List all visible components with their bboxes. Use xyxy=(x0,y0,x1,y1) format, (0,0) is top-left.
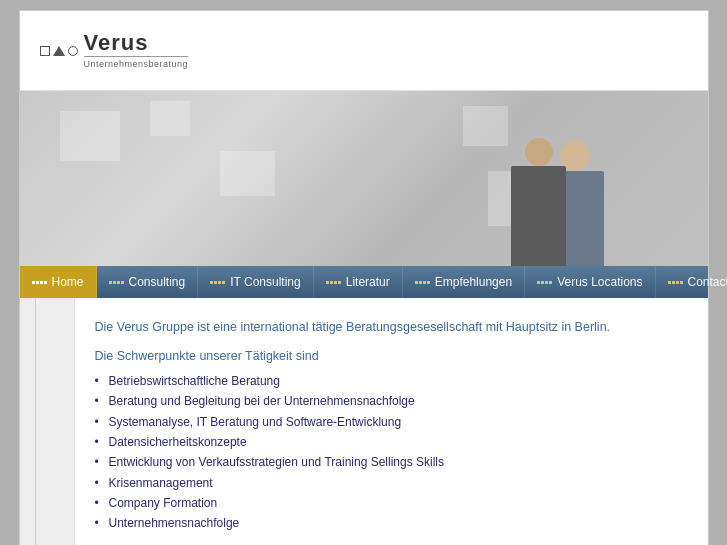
nav-contact-label: Contact xyxy=(688,275,727,289)
nav-it-consulting-label: IT Consulting xyxy=(230,275,300,289)
person-1-head xyxy=(525,138,553,166)
sidebar xyxy=(20,298,75,545)
logo-square-icon xyxy=(40,46,50,56)
list-item-7: Unternehmensnachfolge xyxy=(95,513,683,533)
nav-it-consulting-icon xyxy=(210,281,225,284)
nav-home-icon xyxy=(32,281,47,284)
sidebar-line xyxy=(35,298,36,545)
logo-icons xyxy=(40,46,78,56)
list-item-2: Systemanalyse, IT Beratung und Software-… xyxy=(95,412,683,432)
list-item-4: Entwicklung von Verkaufsstrategien und T… xyxy=(95,452,683,472)
nav-home-label: Home xyxy=(52,275,84,289)
logo-triangle-icon xyxy=(53,46,65,56)
nav-verus-locations-label: Verus Locations xyxy=(557,275,642,289)
hero-banner xyxy=(20,91,708,266)
nav-literatur-icon xyxy=(326,281,341,284)
page-wrapper: Verus Unternehmensberatung xyxy=(19,10,709,545)
content-intro: Die Verus Gruppe ist eine international … xyxy=(95,318,683,337)
content-area: Die Verus Gruppe ist eine international … xyxy=(75,298,708,545)
person-1 xyxy=(511,138,566,266)
person-1-body xyxy=(511,166,566,266)
logo-text-area: Verus Unternehmensberatung xyxy=(84,32,189,69)
logo-name: Verus xyxy=(84,32,189,54)
nav-item-contact[interactable]: Contact xyxy=(656,266,727,298)
nav-consulting-icon xyxy=(109,281,124,284)
list-item-3: Datensicherheitskonzepte xyxy=(95,432,683,452)
nav-item-it-consulting[interactable]: IT Consulting xyxy=(198,266,313,298)
list-item-1: Beratung und Begleitung bei der Unterneh… xyxy=(95,391,683,411)
nav-contact-icon xyxy=(668,281,683,284)
logo-icons-row-1 xyxy=(40,46,78,56)
logo-area: Verus Unternehmensberatung xyxy=(40,32,189,69)
nav-literatur-label: Literatur xyxy=(346,275,390,289)
logo-circle-icon xyxy=(68,46,78,56)
nav-item-empfehlungen[interactable]: Empfehlungen xyxy=(403,266,525,298)
nav-item-verus-locations[interactable]: Verus Locations xyxy=(525,266,655,298)
nav-locations-icon xyxy=(537,281,552,284)
main-nav: Home Consulting IT Consulting Literatur … xyxy=(20,266,708,298)
hero-decoration-2 xyxy=(150,101,190,136)
hero-decoration-3 xyxy=(220,151,275,196)
main-layout: Die Verus Gruppe ist eine international … xyxy=(20,298,708,545)
nav-empfehlungen-icon xyxy=(415,281,430,284)
nav-item-consulting[interactable]: Consulting xyxy=(97,266,199,298)
nav-consulting-label: Consulting xyxy=(129,275,186,289)
nav-item-literatur[interactable]: Literatur xyxy=(314,266,403,298)
content-subtitle: Die Schwerpunkte unserer Tätigkeit sind xyxy=(95,349,683,363)
logo-subtitle: Unternehmensberatung xyxy=(84,56,189,69)
list-item-0: Betriebswirtschaftliche Beratung xyxy=(95,371,683,391)
hero-people xyxy=(438,91,678,266)
nav-empfehlungen-label: Empfehlungen xyxy=(435,275,512,289)
header: Verus Unternehmensberatung xyxy=(20,11,708,91)
list-item-6: Company Formation xyxy=(95,493,683,513)
list-item-5: Krisenmanagement xyxy=(95,473,683,493)
content-list: Betriebswirtschaftliche BeratungBeratung… xyxy=(95,371,683,534)
hero-decoration-1 xyxy=(60,111,120,161)
nav-item-home[interactable]: Home xyxy=(20,266,97,298)
